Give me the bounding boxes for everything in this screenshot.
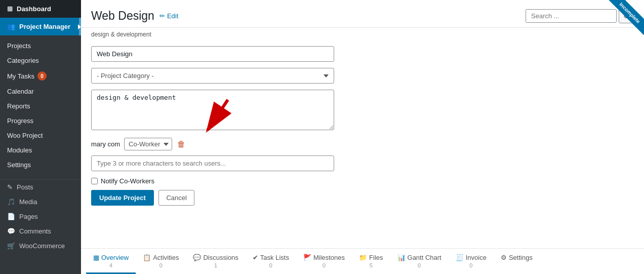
tab-overview-count: 4 bbox=[109, 262, 112, 268]
comments-label: Comments bbox=[19, 227, 51, 235]
woocommerce-icon: 🛒 bbox=[7, 242, 15, 250]
sidebar-item-categories[interactable]: Categories bbox=[0, 53, 81, 68]
notify-checkbox[interactable] bbox=[91, 178, 98, 184]
invoice-icon: 🧾 bbox=[456, 254, 464, 261]
project-subtitle: design & development bbox=[81, 28, 644, 38]
sidebar-item-posts[interactable]: ✎ Posts bbox=[0, 180, 81, 194]
tab-invoice-count: 0 bbox=[469, 262, 472, 268]
task-lists-icon: ✔ bbox=[253, 254, 258, 261]
tab-discussions[interactable]: 💬 Discussions 1 bbox=[186, 249, 245, 274]
tab-task-lists-label: Task Lists bbox=[260, 254, 289, 261]
sidebar-item-media[interactable]: 🎵 Media bbox=[0, 194, 81, 209]
incomplete-badge: Incomplete bbox=[603, 0, 644, 41]
project-name-input[interactable] bbox=[91, 46, 334, 62]
milestones-icon: 🚩 bbox=[303, 254, 311, 261]
page-title: Web Design bbox=[91, 9, 154, 23]
notify-label: Notify Co-Workers bbox=[101, 177, 154, 185]
member-name: mary com bbox=[91, 140, 120, 148]
tab-milestones[interactable]: 🚩 Milestones 0 bbox=[296, 249, 352, 274]
sidebar-section: ✎ Posts 🎵 Media 📄 Pages 💬 Comments 🛒 Woo… bbox=[0, 179, 81, 253]
comments-icon: 💬 bbox=[7, 227, 15, 235]
tab-files-count: 5 bbox=[370, 262, 373, 268]
tab-settings-icon: ⚙ bbox=[501, 254, 507, 261]
woo-project-label: Woo Project bbox=[7, 132, 43, 139]
tab-task-lists-count: 0 bbox=[269, 262, 272, 268]
posts-icon: ✎ bbox=[7, 183, 13, 191]
description-group: design & development bbox=[91, 90, 634, 132]
incomplete-label: Incomplete bbox=[608, 0, 644, 35]
settings-label: Settings bbox=[7, 161, 31, 169]
tab-gantt-label: Gantt Chart bbox=[408, 254, 441, 261]
tab-activities[interactable]: 📋 Activities 0 bbox=[136, 249, 186, 274]
project-tabs: ▦ Overview 4 📋 Activities 0 💬 Discussion… bbox=[81, 248, 644, 274]
page-header: Web Design ✏ Edit ⚙ bbox=[81, 0, 644, 28]
my-tasks-label: My Tasks bbox=[7, 72, 34, 80]
cancel-button[interactable]: Cancel bbox=[158, 190, 194, 206]
progress-label: Progress bbox=[7, 117, 33, 125]
sidebar-item-woocommerce[interactable]: 🛒 WooCommerce bbox=[0, 239, 81, 253]
sidebar-item-dashboard[interactable]: ⊞ Dashboard bbox=[0, 0, 81, 18]
delete-member-button[interactable]: 🗑 bbox=[176, 139, 186, 150]
sidebar-item-reports[interactable]: Reports bbox=[0, 99, 81, 113]
sidebar-item-progress[interactable]: Progress bbox=[0, 113, 81, 128]
tab-gantt-chart[interactable]: 📊 Gantt Chart 0 bbox=[390, 249, 449, 274]
sidebar-item-my-tasks[interactable]: My Tasks 0 bbox=[0, 68, 81, 84]
dashboard-label: Dashboard bbox=[17, 5, 51, 13]
tab-files[interactable]: 📁 Files 5 bbox=[352, 249, 390, 274]
tab-invoice[interactable]: 🧾 Invoice 0 bbox=[449, 249, 494, 274]
tab-settings-label: Settings bbox=[509, 254, 533, 261]
pencil-icon: ✏ bbox=[159, 12, 165, 20]
main-content: Incomplete Web Design ✏ Edit ⚙ design & … bbox=[81, 0, 644, 274]
sidebar-item-calendar[interactable]: Calendar bbox=[0, 84, 81, 99]
woocommerce-label: WooCommerce bbox=[19, 242, 65, 250]
red-arrow-icon bbox=[192, 95, 238, 140]
tab-milestones-count: 0 bbox=[323, 262, 326, 268]
sidebar-item-pages[interactable]: 📄 Pages bbox=[0, 209, 81, 224]
dashboard-icon: ⊞ bbox=[7, 5, 13, 13]
tab-task-lists[interactable]: ✔ Task Lists 0 bbox=[246, 249, 296, 274]
projects-label: Projects bbox=[7, 42, 31, 50]
search-users-input[interactable] bbox=[91, 155, 334, 171]
project-manager-label: Project Manager bbox=[19, 23, 70, 30]
tab-invoice-label: Invoice bbox=[466, 254, 487, 261]
tab-files-label: Files bbox=[369, 254, 383, 261]
my-tasks-badge: 0 bbox=[37, 71, 47, 81]
update-project-button[interactable]: Update Project bbox=[91, 190, 154, 206]
sidebar-item-modules[interactable]: Modules bbox=[0, 143, 81, 158]
tab-activities-count: 0 bbox=[159, 262, 163, 268]
overview-icon: ▦ bbox=[93, 254, 99, 261]
categories-label: Categories bbox=[7, 57, 39, 64]
category-select[interactable]: - Project Category - bbox=[91, 68, 334, 84]
edit-label: Edit bbox=[167, 12, 178, 20]
project-name-group bbox=[91, 46, 634, 62]
tab-settings[interactable]: ⚙ Settings bbox=[494, 249, 540, 274]
notify-row: Notify Co-Workers bbox=[91, 177, 634, 185]
tab-discussions-label: Discussions bbox=[203, 254, 238, 261]
svg-line-1 bbox=[208, 100, 228, 130]
sidebar-item-comments[interactable]: 💬 Comments bbox=[0, 224, 81, 239]
sidebar-item-project-manager[interactable]: 👥 Project Manager bbox=[0, 18, 81, 35]
tab-overview[interactable]: ▦ Overview 4 bbox=[86, 249, 136, 274]
search-input[interactable] bbox=[526, 9, 617, 23]
edit-link[interactable]: ✏ Edit bbox=[159, 12, 178, 20]
media-label: Media bbox=[19, 198, 37, 206]
discussions-icon: 💬 bbox=[193, 254, 201, 261]
tab-gantt-count: 0 bbox=[418, 262, 421, 268]
calendar-label: Calendar bbox=[7, 88, 34, 95]
sidebar-item-settings[interactable]: Settings bbox=[0, 158, 81, 172]
reports-label: Reports bbox=[7, 102, 30, 110]
trash-icon: 🗑 bbox=[177, 140, 185, 148]
sidebar-item-projects[interactable]: Projects bbox=[0, 38, 81, 53]
activities-icon: 📋 bbox=[143, 254, 151, 261]
role-select[interactable]: Manager Co-Worker Client bbox=[124, 138, 172, 150]
search-users-group bbox=[91, 155, 634, 171]
form-buttons: Update Project Cancel bbox=[91, 190, 634, 206]
pages-icon: 📄 bbox=[7, 213, 15, 220]
tab-activities-label: Activities bbox=[153, 254, 179, 261]
modules-label: Modules bbox=[7, 146, 32, 154]
sidebar-item-woo-project[interactable]: Woo Project bbox=[0, 128, 81, 143]
media-icon: 🎵 bbox=[7, 198, 15, 206]
tab-overview-label: Overview bbox=[101, 254, 129, 261]
form-area: - Project Category - design & developmen… bbox=[81, 38, 644, 248]
files-icon: 📁 bbox=[359, 254, 367, 261]
